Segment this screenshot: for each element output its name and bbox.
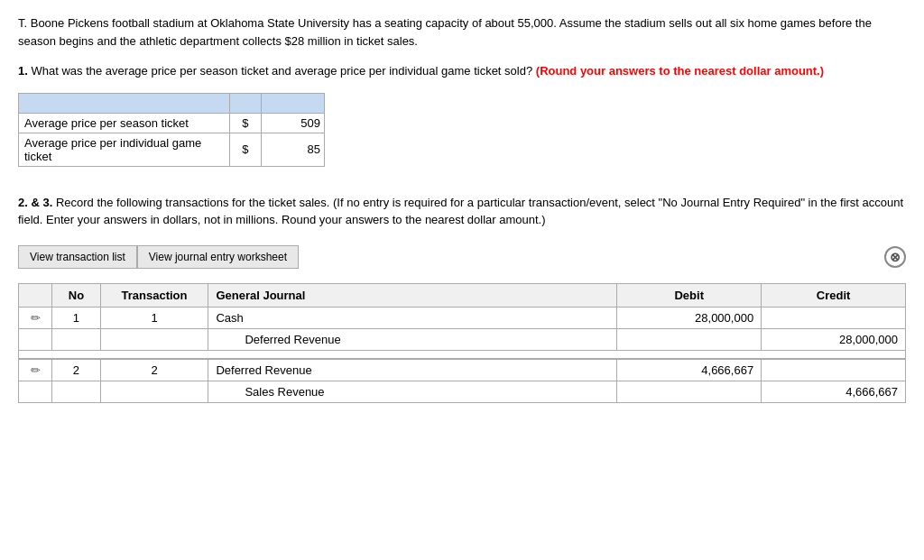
row-trans-2: 2	[100, 359, 208, 381]
price-table: Average price per season ticket $ 509 Av…	[18, 93, 325, 167]
table1-header-label	[19, 93, 230, 113]
question2-text: 2. & 3. Record the following transaction…	[18, 194, 906, 229]
table1-header-dollar	[229, 93, 261, 113]
edit-icon-1[interactable]: ✏	[19, 307, 52, 328]
individual-ticket-label: Average price per individual game ticket	[19, 133, 230, 166]
button-group-left: View transaction list View journal entry…	[18, 245, 299, 269]
table-row: Average price per individual game ticket…	[19, 133, 325, 166]
journal-row-1b: Deferred Revenue 28,000,000	[19, 328, 906, 350]
table-row: Average price per season ticket $ 509	[19, 113, 325, 133]
table1-wrapper: Average price per season ticket $ 509 Av…	[18, 93, 906, 167]
row-gj-deferred2: Deferred Revenue	[208, 359, 617, 381]
individual-ticket-dollar: $	[229, 133, 261, 166]
row-credit-deferred1: 28,000,000	[762, 328, 906, 350]
view-journal-button[interactable]: View journal entry worksheet	[137, 245, 299, 269]
col-credit: Credit	[762, 283, 906, 307]
row-credit-deferred2	[762, 359, 906, 381]
question2-number: 2. & 3.	[18, 196, 52, 209]
col-edit	[19, 283, 52, 307]
edit-icon-2[interactable]: ✏	[19, 359, 52, 381]
journal-table: No Transaction General Journal Debit Cre…	[18, 283, 906, 403]
row-credit-cash	[762, 307, 906, 328]
row-no-2: 2	[52, 359, 100, 381]
journal-row-2b: Sales Revenue 4,666,667	[19, 381, 906, 402]
row-debit-sales	[617, 381, 762, 402]
row-gj-cash: Cash	[208, 307, 617, 328]
individual-ticket-value[interactable]: 85	[261, 133, 324, 166]
journal-row-2a: ✏ 2 2 Deferred Revenue 4,666,667	[19, 359, 906, 381]
row-debit-deferred2: 4,666,667	[617, 359, 762, 381]
col-transaction: Transaction	[100, 283, 208, 307]
season-ticket-dollar: $	[229, 113, 261, 133]
close-button[interactable]: ⊗	[884, 246, 906, 268]
row-trans-2b	[100, 381, 208, 402]
button-group: View transaction list View journal entry…	[18, 245, 906, 269]
row-trans-1: 1	[100, 307, 208, 328]
row-debit-cash: 28,000,000	[617, 307, 762, 328]
question1-text: 1. What was the average price per season…	[18, 62, 906, 80]
row-trans-1b	[100, 328, 208, 350]
row-credit-sales: 4,666,667	[762, 381, 906, 402]
season-ticket-value[interactable]: 509	[261, 113, 324, 133]
row-debit-deferred1	[617, 328, 762, 350]
question1-body: What was the average price per season ti…	[31, 64, 532, 78]
col-no: No	[52, 283, 100, 307]
journal-row-1a: ✏ 1 1 Cash 28,000,000	[19, 307, 906, 328]
season-ticket-label: Average price per season ticket	[19, 113, 230, 133]
edit-icon-1b	[19, 328, 52, 350]
question1-number: 1.	[18, 64, 28, 78]
question1-emphasis: (Round your answers to the nearest dolla…	[536, 64, 824, 78]
question2-body: Record the following transactions for th…	[56, 196, 329, 209]
edit-icon-2b	[19, 381, 52, 402]
row-no-2b	[52, 381, 100, 402]
intro-paragraph: T. Boone Pickens football stadium at Okl…	[18, 14, 906, 50]
row-gj-sales: Sales Revenue	[208, 381, 617, 402]
row-gj-deferred1: Deferred Revenue	[208, 328, 617, 350]
view-transaction-button[interactable]: View transaction list	[18, 245, 137, 269]
table1-header-value	[261, 93, 324, 113]
row-no-1b	[52, 328, 100, 350]
journal-spacer	[19, 350, 906, 359]
row-no-1: 1	[52, 307, 100, 328]
col-debit: Debit	[617, 283, 762, 307]
col-general-journal: General Journal	[208, 283, 617, 307]
